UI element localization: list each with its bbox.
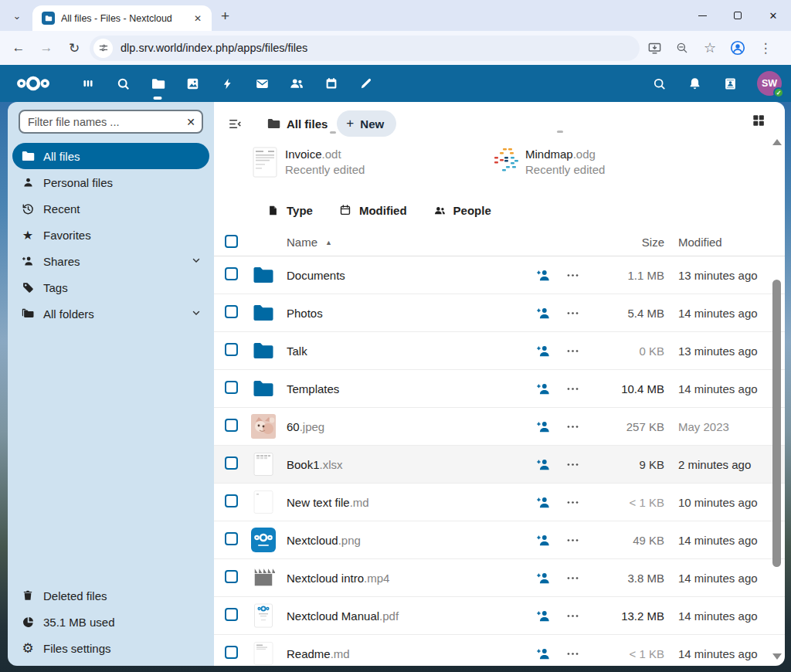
actions-menu-icon[interactable]	[564, 304, 581, 321]
site-info-icon[interactable]	[93, 39, 113, 58]
sidebar-item-files-settings[interactable]: ⚙ Files settings	[12, 635, 209, 661]
app-activity-icon[interactable]	[219, 73, 235, 94]
row-checkbox[interactable]	[225, 267, 238, 280]
file-icon[interactable]	[251, 603, 276, 628]
table-row[interactable]: Templates 10.4 MB 14 minutes ago	[214, 370, 785, 408]
app-calendar-icon[interactable]	[324, 73, 339, 94]
address-bar[interactable]: dlp.srv.world/index.php/apps/files/files	[90, 36, 640, 61]
file-icon[interactable]	[251, 414, 276, 439]
file-name[interactable]: Nextcloud.png	[287, 534, 535, 547]
actions-menu-icon[interactable]	[564, 569, 581, 586]
file-name[interactable]: Templates	[287, 382, 535, 395]
breadcrumb[interactable]: All files	[266, 117, 328, 131]
file-name[interactable]: Nextcloud Manual.pdf	[287, 609, 535, 623]
sidebar-item-all-folders[interactable]: All folders	[12, 300, 209, 327]
table-row[interactable]: New text file.md < 1 KB 10 minutes ago	[214, 484, 785, 521]
share-icon[interactable]	[535, 494, 552, 511]
forward-icon[interactable]: →	[34, 36, 59, 60]
install-app-icon[interactable]	[643, 36, 666, 59]
sidebar-item-recent[interactable]: Recent	[12, 195, 209, 222]
file-name[interactable]: Talk	[287, 344, 535, 358]
share-icon[interactable]	[535, 456, 552, 473]
maximize-button[interactable]	[720, 0, 755, 31]
column-modified[interactable]: Modified	[664, 236, 765, 249]
actions-menu-icon[interactable]	[564, 645, 581, 662]
file-name[interactable]: 60.jpeg	[287, 420, 535, 433]
row-checkbox[interactable]	[225, 608, 238, 621]
table-row[interactable]: Book1.xlsx 9 KB 2 minutes ago	[214, 446, 785, 484]
row-checkbox[interactable]	[225, 646, 238, 659]
share-icon[interactable]	[535, 569, 552, 586]
filter-clear-icon[interactable]: ✕	[186, 116, 195, 128]
actions-menu-icon[interactable]	[564, 531, 581, 548]
row-checkbox[interactable]	[225, 305, 238, 318]
browser-tab[interactable]: All files - Files - Nextcloud ✕	[32, 5, 212, 31]
sidebar-item-shares[interactable]: Shares	[12, 248, 209, 274]
reload-icon[interactable]: ↻	[62, 36, 87, 60]
scroll-up-icon[interactable]	[772, 139, 782, 145]
minimize-button[interactable]	[684, 0, 720, 31]
actions-menu-icon[interactable]	[564, 494, 581, 511]
chevron-down-icon[interactable]	[191, 307, 202, 321]
unified-search-icon[interactable]	[650, 75, 667, 92]
file-name[interactable]: Documents	[287, 269, 535, 282]
file-icon[interactable]	[251, 528, 276, 552]
row-checkbox[interactable]	[225, 494, 238, 507]
close-button[interactable]: ✕	[755, 0, 791, 31]
recommended-card[interactable]: Invoice.odt Recently edited	[253, 147, 493, 187]
table-row[interactable]: Readme.md < 1 KB 14 minutes ago	[214, 635, 785, 666]
filter-input[interactable]	[28, 116, 186, 128]
app-files-icon[interactable]	[150, 73, 165, 94]
app-notes-icon[interactable]	[358, 73, 374, 94]
app-photos-icon[interactable]	[185, 73, 200, 94]
contacts-menu-icon[interactable]	[721, 75, 738, 92]
user-avatar[interactable]: SW ✓	[757, 71, 782, 96]
sidebar-item-all-files[interactable]: All files	[12, 143, 209, 169]
app-contacts-icon[interactable]	[289, 73, 304, 94]
row-checkbox[interactable]	[225, 570, 238, 583]
column-size[interactable]: Size	[598, 236, 664, 249]
row-checkbox[interactable]	[225, 381, 238, 394]
filter-chip-modified[interactable]: Modified	[339, 204, 407, 217]
filter-files-field[interactable]: ✕	[19, 110, 203, 134]
browser-profile-icon[interactable]	[726, 36, 749, 59]
file-icon[interactable]	[251, 490, 276, 514]
share-icon[interactable]	[535, 531, 552, 548]
share-icon[interactable]	[535, 645, 552, 662]
actions-menu-icon[interactable]	[564, 418, 581, 435]
sidebar-item-favorites[interactable]: ★ Favorites	[12, 222, 209, 248]
sidebar-item-deleted-files[interactable]: Deleted files	[12, 582, 209, 609]
share-icon[interactable]	[535, 342, 552, 359]
actions-menu-icon[interactable]	[564, 266, 581, 283]
share-icon[interactable]	[535, 607, 552, 624]
table-row[interactable]: Nextcloud.png 49 KB 14 minutes ago	[214, 521, 785, 559]
sidebar-item-quota[interactable]: 35.1 MB used	[12, 609, 209, 635]
nextcloud-logo[interactable]	[14, 73, 54, 94]
filter-chip-people[interactable]: People	[433, 204, 491, 217]
share-icon[interactable]	[535, 418, 552, 435]
file-name[interactable]: Readme.md	[287, 647, 535, 660]
table-row[interactable]: Photos 5.4 MB 14 minutes ago	[214, 294, 785, 332]
table-row[interactable]: Nextcloud intro.mp4 3.8 MB 14 minutes ag…	[214, 559, 785, 597]
row-checkbox[interactable]	[225, 419, 238, 432]
file-name[interactable]: Photos	[287, 307, 535, 320]
actions-menu-icon[interactable]	[564, 456, 581, 473]
filter-chip-type[interactable]: Type	[266, 204, 313, 217]
breadcrumb-current[interactable]: All files	[287, 117, 328, 131]
table-row[interactable]: Documents 1.1 MB 13 minutes ago	[214, 256, 785, 294]
app-search-icon[interactable]	[115, 73, 131, 94]
actions-menu-icon[interactable]	[564, 342, 581, 359]
tab-close-icon[interactable]: ✕	[190, 12, 205, 25]
file-icon[interactable]	[251, 263, 276, 287]
browser-menu-icon[interactable]: ⋮	[754, 36, 777, 59]
table-row[interactable]: Nextcloud Manual.pdf 13.2 MB 14 minutes …	[214, 597, 785, 635]
share-icon[interactable]	[535, 304, 552, 321]
share-icon[interactable]	[535, 380, 552, 397]
chevron-down-icon[interactable]	[191, 255, 202, 268]
file-icon[interactable]	[251, 300, 276, 325]
grid-view-toggle-icon[interactable]	[751, 113, 766, 128]
sidebar-item-tags[interactable]: Tags	[12, 274, 209, 300]
sort-ascending-icon[interactable]: ▲	[325, 239, 332, 246]
new-tab-button[interactable]: +	[221, 8, 229, 25]
bookmark-star-icon[interactable]: ☆	[698, 36, 721, 59]
